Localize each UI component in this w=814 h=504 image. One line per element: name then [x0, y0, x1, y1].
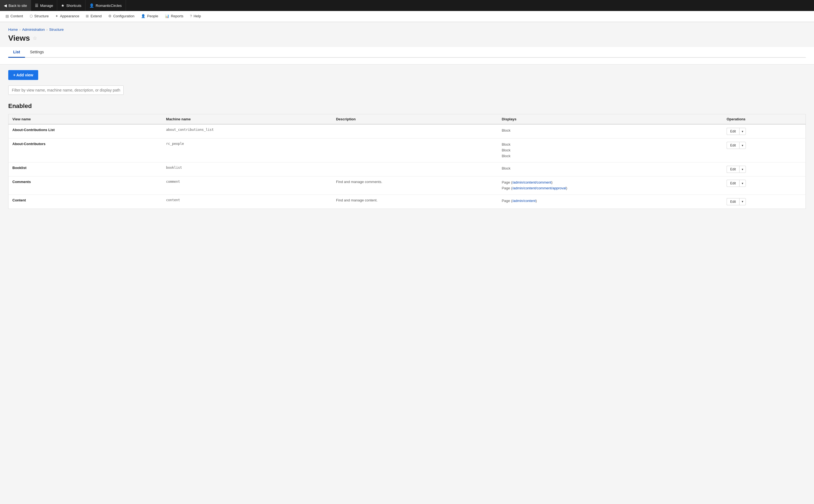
- table-row: Comments comment Find and manage comment…: [9, 176, 806, 195]
- configuration-icon: ⚙: [108, 14, 112, 18]
- dropdown-button[interactable]: ▾: [739, 128, 746, 135]
- table-header-row: View name Machine name Description Displ…: [9, 114, 806, 124]
- row-machine-name: booklist: [162, 162, 332, 176]
- row-operations: Edit ▾: [723, 176, 806, 195]
- tab-settings[interactable]: Settings: [25, 47, 49, 58]
- views-table: View name Machine name Description Displ…: [8, 114, 806, 209]
- row-operations: Edit ▾: [723, 124, 806, 139]
- back-to-site-button[interactable]: ◀ Back to site: [0, 0, 31, 11]
- row-operations: Edit ▾: [723, 139, 806, 162]
- table-row: Booklist booklist Block Edit ▾: [9, 162, 806, 176]
- edit-button[interactable]: Edit: [727, 128, 739, 135]
- breadcrumb-home[interactable]: Home: [8, 27, 18, 32]
- nav-structure[interactable]: ⬡ Structure: [26, 11, 52, 22]
- row-view-name: About-Contributions List: [9, 124, 162, 139]
- table-row: Content content Find and manage content.…: [9, 195, 806, 209]
- nav-people[interactable]: 👤 People: [138, 11, 161, 22]
- operations-btn-group: Edit ▾: [727, 166, 746, 173]
- page-title: Views: [8, 34, 30, 43]
- menu-icon: ☰: [35, 3, 38, 8]
- row-operations: Edit ▾: [723, 162, 806, 176]
- shortcuts-button[interactable]: ★ Shortcuts: [57, 0, 85, 11]
- enabled-heading: Enabled: [8, 103, 806, 110]
- user-icon: 👤: [89, 3, 94, 8]
- row-machine-name: rc_people: [162, 139, 332, 162]
- manage-menu-button[interactable]: ☰ Manage: [31, 0, 57, 11]
- row-displays: Block: [498, 124, 723, 139]
- col-operations: Operations: [723, 114, 806, 124]
- dropdown-button[interactable]: ▾: [739, 180, 746, 187]
- back-arrow-icon: ◀: [4, 3, 7, 8]
- row-machine-name: comment: [162, 176, 332, 195]
- page-title-row: Views ☆: [8, 34, 806, 43]
- nav-menu: ▤ Content ⬡ Structure ✦ Appearance ⊞ Ext…: [0, 11, 814, 22]
- tabs: List Settings: [8, 47, 806, 58]
- breadcrumb-sep-2: ›: [46, 28, 48, 32]
- nav-reports[interactable]: 📊 Reports: [162, 11, 187, 22]
- row-description: Find and manage content.: [332, 195, 498, 209]
- people-icon: 👤: [141, 14, 145, 18]
- nav-help[interactable]: ? Help: [187, 11, 204, 22]
- edit-button[interactable]: Edit: [727, 166, 739, 173]
- row-displays: Page (/admin/content/comment) Page (/adm…: [498, 176, 723, 195]
- edit-button[interactable]: Edit: [727, 142, 739, 149]
- row-description: [332, 162, 498, 176]
- help-icon: ?: [190, 14, 192, 18]
- row-displays: Block: [498, 162, 723, 176]
- star-toolbar-icon: ★: [61, 3, 65, 8]
- row-displays: Page (/admin/content): [498, 195, 723, 209]
- table-row: About-Contributors rc_people BlockBlockB…: [9, 139, 806, 162]
- operations-btn-group: Edit ▾: [727, 128, 746, 135]
- edit-button[interactable]: Edit: [727, 198, 739, 205]
- operations-btn-group: Edit ▾: [727, 180, 746, 187]
- breadcrumb: Home › Administration › Structure: [8, 27, 806, 32]
- dropdown-button[interactable]: ▾: [739, 142, 746, 149]
- content-icon: ▤: [5, 14, 9, 18]
- display-link[interactable]: /admin/content/comment: [512, 180, 551, 184]
- filter-container: [8, 85, 806, 103]
- col-machine-name: Machine name: [162, 114, 332, 124]
- row-description: [332, 124, 498, 139]
- nav-appearance[interactable]: ✦ Appearance: [52, 11, 82, 22]
- breadcrumb-admin[interactable]: Administration: [22, 27, 45, 32]
- col-view-name: View name: [9, 114, 162, 124]
- breadcrumb-structure[interactable]: Structure: [49, 27, 64, 32]
- row-view-name: About-Contributors: [9, 139, 162, 162]
- appearance-icon: ✦: [55, 14, 58, 18]
- nav-content[interactable]: ▤ Content: [2, 11, 26, 22]
- favorite-star-icon[interactable]: ☆: [33, 35, 37, 41]
- row-view-name: Booklist: [9, 162, 162, 176]
- edit-button[interactable]: Edit: [727, 180, 739, 187]
- display-link[interactable]: /admin/content/comment/approval: [512, 186, 566, 190]
- row-description: Find and manage comments.: [332, 176, 498, 195]
- reports-icon: 📊: [165, 14, 169, 18]
- row-machine-name: about_contributions_list: [162, 124, 332, 139]
- row-displays: BlockBlockBlock: [498, 139, 723, 162]
- col-description: Description: [332, 114, 498, 124]
- filter-input[interactable]: [8, 85, 124, 95]
- row-description: [332, 139, 498, 162]
- nav-configuration[interactable]: ⚙ Configuration: [105, 11, 138, 22]
- display-link[interactable]: /admin/content: [512, 199, 536, 203]
- row-view-name: Content: [9, 195, 162, 209]
- dropdown-button[interactable]: ▾: [739, 166, 746, 173]
- breadcrumb-sep-1: ›: [20, 28, 21, 32]
- col-displays: Displays: [498, 114, 723, 124]
- nav-extend[interactable]: ⊞ Extend: [82, 11, 105, 22]
- tabs-container: List Settings: [0, 47, 814, 65]
- dropdown-button[interactable]: ▾: [739, 198, 746, 205]
- page-content: Home › Administration › Structure Views …: [0, 22, 814, 504]
- extend-icon: ⊞: [86, 14, 89, 18]
- row-view-name: Comments: [9, 176, 162, 195]
- row-machine-name: content: [162, 195, 332, 209]
- admin-toolbar: ◀ Back to site ☰ Manage ★ Shortcuts 👤 Ro…: [0, 0, 814, 11]
- operations-btn-group: Edit ▾: [727, 198, 746, 205]
- operations-btn-group: Edit ▾: [727, 142, 746, 149]
- structure-icon: ⬡: [30, 14, 33, 18]
- tab-list[interactable]: List: [8, 47, 25, 58]
- add-view-button[interactable]: + Add view: [8, 70, 38, 80]
- row-operations: Edit ▾: [723, 195, 806, 209]
- table-row: About-Contributions List about_contribut…: [9, 124, 806, 139]
- user-menu-button[interactable]: 👤 RomanticCircles: [85, 0, 126, 11]
